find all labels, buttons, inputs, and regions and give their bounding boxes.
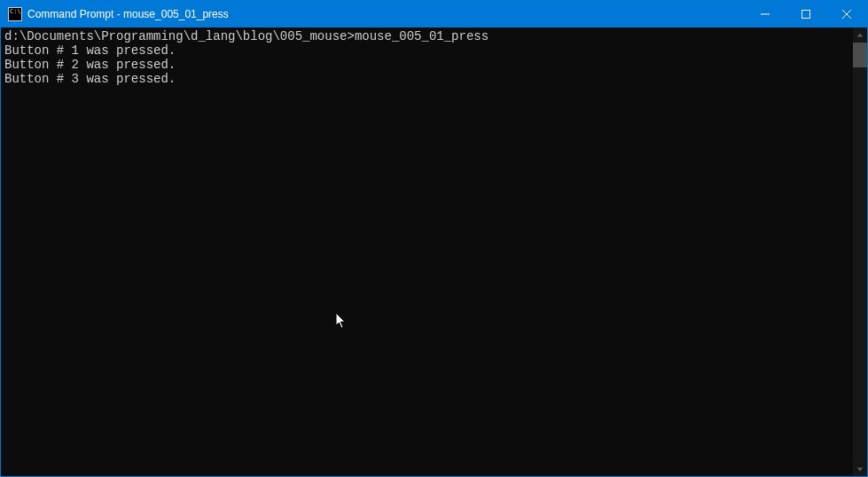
cmd-icon: C:\ bbox=[8, 7, 22, 21]
chevron-up-icon bbox=[856, 32, 864, 39]
window-title: Command Prompt - mouse_005_01_press bbox=[27, 8, 745, 20]
app-icon: C:\ bbox=[8, 7, 22, 21]
prompt-path: d:\Documents\Programming\d_lang\blog\005… bbox=[4, 29, 355, 43]
output-line: Button # 2 was pressed. bbox=[4, 58, 176, 72]
output-line: Button # 3 was pressed. bbox=[4, 72, 176, 86]
close-icon bbox=[842, 10, 851, 19]
chevron-down-icon bbox=[856, 465, 864, 473]
minimize-icon bbox=[761, 10, 770, 19]
terminal-output[interactable]: d:\Documents\Programming\d_lang\blog\005… bbox=[1, 27, 853, 476]
minimize-button[interactable] bbox=[745, 1, 786, 27]
scroll-down-button[interactable] bbox=[853, 461, 867, 476]
command-text: mouse_005_01_press bbox=[355, 29, 489, 43]
close-button[interactable] bbox=[826, 1, 867, 27]
command-prompt-window: C:\ Command Prompt - mouse_005_01_press … bbox=[0, 0, 868, 477]
scroll-up-button[interactable] bbox=[853, 27, 867, 43]
titlebar[interactable]: C:\ Command Prompt - mouse_005_01_press bbox=[1, 1, 867, 27]
window-controls bbox=[745, 1, 867, 27]
scroll-thumb[interactable] bbox=[853, 43, 867, 67]
maximize-button[interactable] bbox=[786, 1, 826, 27]
client-area: d:\Documents\Programming\d_lang\blog\005… bbox=[1, 27, 867, 476]
vertical-scrollbar[interactable] bbox=[853, 27, 867, 476]
output-line: Button # 1 was pressed. bbox=[4, 43, 176, 58]
maximize-icon bbox=[802, 10, 810, 19]
svg-rect-1 bbox=[802, 11, 810, 19]
